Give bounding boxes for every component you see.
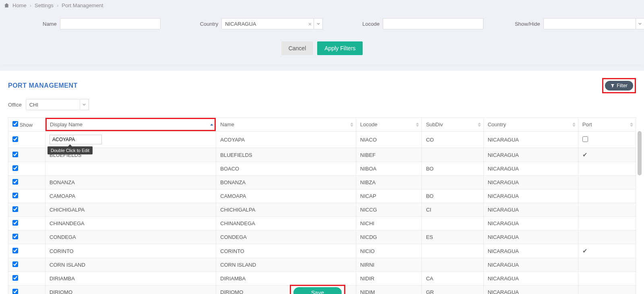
showhide-input[interactable]: [543, 18, 636, 29]
locode-input[interactable]: [383, 18, 483, 29]
display-name-cell[interactable]: CHINANDEGA: [50, 220, 85, 226]
table-row: CORINTOCORINTONICIONICARAGUA✔: [8, 244, 636, 258]
dropdown-toggle[interactable]: [80, 99, 89, 110]
display-name-cell[interactable]: DIRIAMBA: [50, 275, 75, 282]
name-label: Name: [43, 21, 57, 27]
display-name-cell[interactable]: CORN ISLAND: [50, 262, 85, 268]
sort-icon: [630, 122, 633, 127]
name-cell: DIRIAMBA: [216, 272, 356, 286]
locode-cell: NIDIR: [356, 272, 422, 286]
show-checkbox[interactable]: [12, 136, 18, 142]
subdiv-cell: [422, 244, 483, 258]
table-header-row: Show Display Name Name Locode SubDiv Cou…: [8, 118, 636, 132]
show-checkbox[interactable]: [12, 261, 18, 267]
showhide-label: Show/Hide: [515, 21, 540, 27]
main-panel: PORT MANAGEMENT Filter Office Double Cli…: [0, 71, 644, 294]
display-name-cell[interactable]: BONANZA: [50, 179, 75, 185]
locode-cell: NIBOA: [356, 162, 422, 176]
dropdown-toggle[interactable]: [636, 18, 644, 29]
country-cell: NICARAGUA: [483, 272, 578, 286]
subdiv-cell: [422, 176, 483, 189]
office-label: Office: [8, 102, 22, 108]
subdiv-cell: CI: [422, 203, 483, 217]
edit-tooltip: Double Click to Edit: [47, 146, 93, 154]
show-checkbox[interactable]: [12, 206, 18, 212]
locode-cell: NICAP: [356, 189, 422, 203]
country-input[interactable]: [221, 18, 314, 29]
subdiv-cell: BO: [422, 162, 483, 176]
subdiv-cell: [422, 217, 483, 230]
locode-cell: NIBEF: [356, 148, 422, 162]
table-row: CHICHIGALPACHICHIGALPANICCGCINICARAGUA: [8, 203, 636, 217]
country-cell: NICARAGUA: [483, 176, 578, 189]
show-checkbox[interactable]: [12, 289, 18, 294]
check-icon: ✔: [582, 151, 588, 158]
display-name-cell[interactable]: DIRIOMO: [50, 289, 72, 294]
col-display-name[interactable]: Display Name: [45, 118, 216, 132]
locode-cell: NICDG: [356, 230, 422, 244]
table-row: CORN ISLANDCORN ISLANDNIRNINICARAGUA: [8, 258, 636, 272]
sort-icon: [350, 122, 353, 127]
breadcrumb-home[interactable]: Home: [12, 2, 27, 8]
filter-panel: Name Country × Locode Show/Hide Cancel A…: [2, 11, 642, 65]
table-row: ACOYAPANIACOCONICARAGUA: [8, 132, 636, 148]
col-country[interactable]: Country: [483, 118, 578, 132]
show-checkbox[interactable]: [12, 179, 18, 185]
country-cell: NICARAGUA: [483, 286, 578, 294]
subdiv-cell: BO: [422, 189, 483, 203]
port-checkbox[interactable]: [582, 136, 588, 142]
col-port[interactable]: Port: [578, 118, 636, 132]
chevron-right-icon: ›: [30, 2, 31, 8]
show-checkbox[interactable]: [12, 152, 18, 157]
display-name-cell[interactable]: CAMOAPA: [50, 193, 75, 199]
col-subdiv[interactable]: SubDiv: [422, 118, 483, 132]
show-checkbox[interactable]: [12, 193, 18, 198]
name-cell: CAMOAPA: [216, 189, 356, 203]
display-name-edit[interactable]: [50, 135, 102, 144]
filter-button-label: Filter: [617, 83, 627, 88]
country-cell: NICARAGUA: [483, 162, 578, 176]
col-locode[interactable]: Locode: [356, 118, 422, 132]
display-name-cell[interactable]: CHICHIGALPA: [50, 207, 85, 213]
locode-cell: NIBZA: [356, 176, 422, 189]
name-cell: CORINTO: [216, 244, 356, 258]
show-checkbox[interactable]: [12, 165, 18, 171]
table-row: BLUEFIELDSBLUEFIELDSNIBEFNICARAGUA✔: [8, 148, 636, 162]
save-button[interactable]: Save: [293, 287, 342, 294]
col-country-label: Country: [488, 121, 506, 127]
table-row: CAMOAPACAMOAPANICAPBONICARAGUA: [8, 189, 636, 203]
country-cell: NICARAGUA: [483, 217, 578, 230]
office-select[interactable]: [26, 99, 80, 110]
sort-icon: [416, 122, 419, 127]
table-row: CHINANDEGACHINANDEGANICHINICARAGUA: [8, 217, 636, 230]
display-name-cell[interactable]: CORINTO: [50, 248, 74, 254]
cancel-button[interactable]: Cancel: [281, 41, 314, 55]
name-cell: BONANZA: [216, 176, 356, 189]
locode-label: Locode: [362, 21, 380, 27]
subdiv-cell: GR: [422, 286, 483, 294]
apply-filters-button[interactable]: Apply Filters: [317, 41, 363, 55]
show-checkbox[interactable]: [12, 275, 18, 281]
col-name-label: Name: [220, 121, 234, 127]
table-row: BONANZABONANZANIBZANICARAGUA: [8, 176, 636, 189]
country-cell: NICARAGUA: [483, 132, 578, 148]
col-name[interactable]: Name: [216, 118, 356, 132]
table-row: CONDEGACONDEGANICDGESNICARAGUA: [8, 230, 636, 244]
show-checkbox[interactable]: [12, 220, 18, 226]
filter-button[interactable]: Filter: [605, 81, 633, 90]
select-all-checkbox[interactable]: [12, 121, 18, 127]
display-name-cell[interactable]: CONDEGA: [50, 234, 76, 240]
show-checkbox[interactable]: [12, 234, 18, 239]
country-label: Country: [200, 21, 219, 27]
dropdown-toggle[interactable]: [314, 18, 323, 29]
clear-icon[interactable]: ×: [308, 21, 312, 27]
name-cell: BOACO: [216, 162, 356, 176]
locode-cell: NIACO: [356, 132, 422, 148]
show-checkbox[interactable]: [12, 248, 18, 253]
name-cell: CORN ISLAND: [216, 258, 356, 272]
breadcrumb-settings[interactable]: Settings: [35, 2, 54, 8]
col-locode-label: Locode: [360, 121, 378, 127]
name-input[interactable]: [60, 18, 161, 29]
scrollbar[interactable]: [638, 131, 642, 175]
breadcrumb-current: Port Management: [62, 2, 103, 8]
